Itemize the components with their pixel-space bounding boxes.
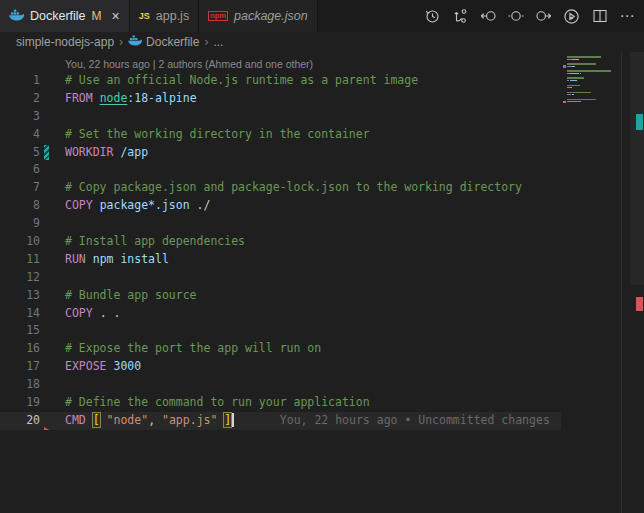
gutter-decorations <box>40 412 65 430</box>
breadcrumb: simple-nodejs-app › Dockerfile › ... <box>0 32 644 52</box>
line-text: COPY . . <box>65 305 120 323</box>
line-text: EXPOSE 3000 <box>65 358 141 376</box>
code-line[interactable]: 2FROM node:18-alpine <box>0 90 561 108</box>
code-line[interactable]: 1# Use an official Node.js runtime as a … <box>0 72 561 90</box>
gutter-decorations <box>40 322 65 340</box>
chevron-right-icon: › <box>119 35 123 49</box>
line-number[interactable]: 3 <box>0 108 40 126</box>
line-number[interactable]: 18 <box>0 376 40 394</box>
line-number[interactable]: 20 <box>0 412 40 430</box>
line-number[interactable]: 7 <box>0 179 40 197</box>
tab-dockerfile[interactable]: Dockerfile M × <box>0 0 130 32</box>
tab-packagejson[interactable]: npm package.json <box>199 0 318 32</box>
line-number[interactable]: 13 <box>0 287 40 305</box>
tab-bar: Dockerfile M × JS app.js npm package.jso… <box>0 0 644 32</box>
line-number[interactable]: 10 <box>0 233 40 251</box>
tab-appjs[interactable]: JS app.js <box>130 0 199 32</box>
gutter-decorations <box>40 179 65 197</box>
gutter-decorations <box>40 394 65 412</box>
gutter-decorations <box>40 72 65 90</box>
minimap-lines <box>563 56 621 103</box>
git-modified-badge: M <box>92 9 102 23</box>
git-blame-codelens[interactable]: You, 22 hours ago | 2 authors (Ahmed and… <box>65 58 561 72</box>
minimap-border <box>621 52 622 513</box>
line-number[interactable]: 4 <box>0 126 40 144</box>
gutter-decorations <box>40 126 65 144</box>
chevron-right-icon: › <box>204 35 208 49</box>
gutter-decorations <box>40 269 65 287</box>
line-number[interactable]: 15 <box>0 322 40 340</box>
gutter-decorations <box>40 376 65 394</box>
line-text: # Bundle app source <box>65 287 197 305</box>
tab-label: Dockerfile <box>30 9 86 23</box>
line-number[interactable]: 6 <box>0 161 40 179</box>
tab-label: app.js <box>156 9 189 23</box>
inline-git-blame: You, 22 hours ago • Uncommitted changes <box>234 413 550 427</box>
gutter-decorations <box>40 161 65 179</box>
line-text: COPY package*.json ./ <box>65 197 210 215</box>
vertical-scrollbar[interactable] <box>630 52 644 285</box>
next-change-icon[interactable] <box>535 8 552 25</box>
gutter-decorations <box>40 251 65 269</box>
more-actions-icon[interactable]: ⋯ <box>619 8 636 25</box>
docker-icon <box>9 9 24 24</box>
minimap[interactable] <box>563 52 621 513</box>
line-number[interactable]: 8 <box>0 197 40 215</box>
timeline-icon[interactable] <box>423 8 440 25</box>
close-icon[interactable]: × <box>112 9 120 23</box>
code-line[interactable]: 7# Copy package.json and package-lock.js… <box>0 179 561 197</box>
line-number[interactable]: 19 <box>0 394 40 412</box>
code-line[interactable]: 3 <box>0 108 561 126</box>
line-number[interactable]: 12 <box>0 269 40 287</box>
gutter-decorations <box>40 215 65 233</box>
code-line[interactable]: 14COPY . . <box>0 305 561 323</box>
line-number[interactable]: 14 <box>0 305 40 323</box>
code-line[interactable]: 4# Set the working directory in the cont… <box>0 126 561 144</box>
code-line[interactable]: 5WORKDIR /app <box>0 144 561 162</box>
code-line[interactable]: 18 <box>0 376 561 394</box>
line-text: FROM node:18-alpine <box>65 90 197 108</box>
line-number[interactable]: 2 <box>0 90 40 108</box>
code-area: You, 22 hours ago | 2 authors (Ahmed and… <box>0 52 561 430</box>
line-number[interactable]: 5 <box>0 144 40 162</box>
breadcrumb-folder[interactable]: simple-nodejs-app <box>16 35 114 49</box>
line-text: CMD [ "node", "app.js" ]You, 22 hours ag… <box>65 412 550 430</box>
gutter-decorations <box>40 197 65 215</box>
code-line[interactable]: 17EXPOSE 3000 <box>0 358 561 376</box>
breadcrumb-symbol[interactable]: ... <box>213 35 223 49</box>
minimap-line <box>563 101 621 103</box>
code-line[interactable]: 12 <box>0 269 561 287</box>
tab-label: package.json <box>234 9 308 23</box>
line-number[interactable]: 17 <box>0 358 40 376</box>
line-number[interactable]: 16 <box>0 340 40 358</box>
breadcrumb-file[interactable]: Dockerfile <box>128 35 199 49</box>
minimap-red-marker <box>563 101 566 103</box>
code-line[interactable]: 13# Bundle app source <box>0 287 561 305</box>
gutter-decorations <box>40 144 65 162</box>
code-line[interactable]: 6 <box>0 161 561 179</box>
split-editor-icon[interactable] <box>591 8 608 25</box>
line-text: # Define the command to run your applica… <box>65 394 370 412</box>
current-change-icon[interactable] <box>507 8 524 25</box>
gutter-decorations <box>40 358 65 376</box>
code-line[interactable]: 10# Install app dependencies <box>0 233 561 251</box>
code-line[interactable]: 11RUN npm install <box>0 251 561 269</box>
run-icon[interactable] <box>563 8 580 25</box>
line-number[interactable]: 9 <box>0 215 40 233</box>
previous-change-icon[interactable] <box>479 8 496 25</box>
code-line[interactable]: 20CMD [ "node", "app.js" ]You, 22 hours … <box>0 412 561 430</box>
gutter-decorations <box>40 108 65 126</box>
npm-icon: npm <box>208 11 228 21</box>
source-control-graph-icon[interactable] <box>451 8 468 25</box>
code-line[interactable]: 16# Expose the port the app will run on <box>0 340 561 358</box>
code-line[interactable]: 15 <box>0 322 561 340</box>
gutter-decorations <box>40 287 65 305</box>
line-number[interactable]: 11 <box>0 251 40 269</box>
editor-actions: ⋯ <box>318 0 644 32</box>
line-text: # Install app dependencies <box>65 233 245 251</box>
code-line[interactable]: 9 <box>0 215 561 233</box>
line-number[interactable]: 1 <box>0 72 40 90</box>
code-line[interactable]: 19# Define the command to run your appli… <box>0 394 561 412</box>
breadcrumb-file-label: Dockerfile <box>146 35 199 49</box>
code-line[interactable]: 8COPY package*.json ./ <box>0 197 561 215</box>
